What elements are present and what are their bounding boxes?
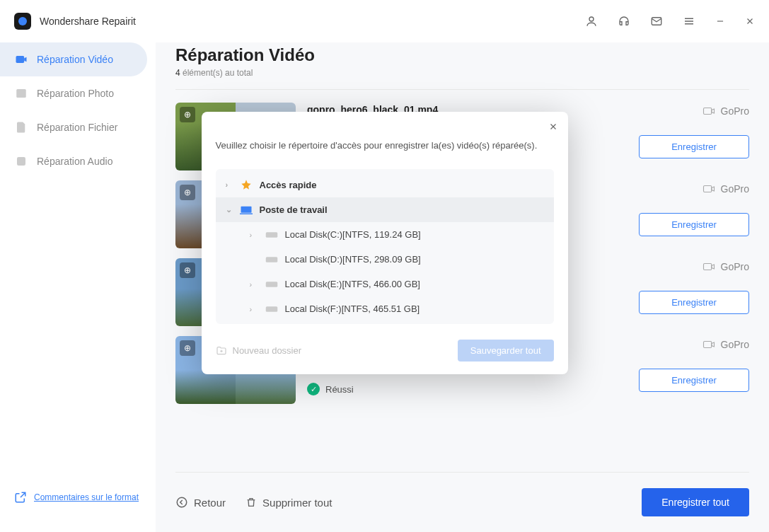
tree-quick-access[interactable]: › Accès rapide [216, 172, 554, 197]
svg-rect-12 [265, 232, 277, 238]
close-icon[interactable] [548, 122, 558, 132]
chevron-right-icon: › [226, 180, 233, 189]
folder-plus-icon [216, 345, 227, 357]
svg-rect-11 [240, 213, 253, 214]
modal-instruction: Veuillez choisir le répertoire d'accès p… [216, 140, 554, 151]
chevron-right-icon: › [250, 280, 257, 289]
directory-tree: › Accès rapide ⌄ Poste de travail › Loca… [216, 169, 554, 324]
computer-icon [240, 205, 253, 215]
chevron-right-icon: › [250, 231, 257, 239]
chevron-down-icon: ⌄ [226, 205, 233, 214]
new-folder-button[interactable]: Nouveau dossier [216, 345, 302, 357]
tree-workstation[interactable]: ⌄ Poste de travail [216, 197, 554, 222]
tree-disk-e[interactable]: › Local Disk(E:)[NTFS, 466.00 GB] [216, 272, 554, 296]
tree-disk-c[interactable]: › Local Disk(C:)[NTFS, 119.24 GB] [216, 222, 554, 247]
disk-icon [265, 280, 278, 289]
disk-icon [265, 305, 278, 313]
disk-icon [265, 255, 278, 264]
tree-disk-d[interactable]: Local Disk(D:)[NTFS, 298.09 GB] [216, 247, 554, 272]
svg-rect-13 [265, 257, 277, 262]
svg-rect-14 [265, 282, 277, 287]
tree-disk-f[interactable]: › Local Disk(F:)[NTFS, 465.51 GB] [216, 296, 554, 321]
disk-icon [265, 231, 278, 239]
chevron-right-icon: › [250, 305, 257, 313]
svg-rect-15 [265, 306, 277, 312]
svg-rect-10 [241, 206, 251, 212]
modal-overlay: Veuillez choisir le répertoire d'accès p… [0, 0, 769, 532]
save-directory-modal: Veuillez choisir le répertoire d'accès p… [202, 112, 568, 374]
save-all-modal-button[interactable]: Sauvegarder tout [458, 340, 554, 362]
star-icon [240, 179, 253, 190]
